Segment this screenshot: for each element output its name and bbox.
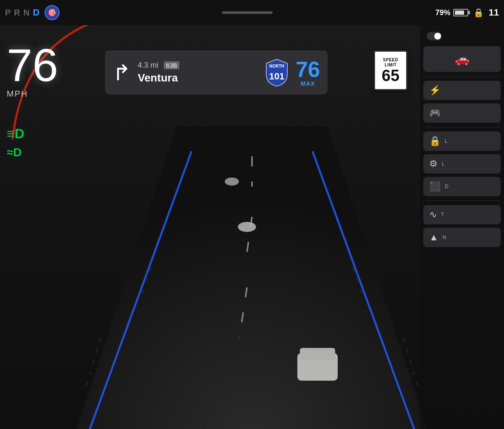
- lock-label: L: [445, 138, 448, 144]
- car-view-button[interactable]: 🚗: [423, 46, 501, 72]
- speed-value: 76: [7, 42, 58, 88]
- navigate-icon: ▲: [429, 232, 438, 243]
- lock-panel-icon: 🔒: [429, 136, 441, 147]
- speed-limit-value: 65: [382, 68, 399, 84]
- speed-limit-label: SPEEDLIMIT: [383, 58, 398, 68]
- speed-display: 76 MPH: [7, 42, 58, 99]
- svg-point-10: [225, 177, 239, 185]
- battery-fill: [455, 11, 464, 15]
- panel-divider-2: [423, 127, 501, 127]
- trip-button[interactable]: ∿ T: [423, 205, 501, 224]
- top-toggle[interactable]: [427, 32, 442, 40]
- highway-shield: NORTH 101: [265, 58, 289, 87]
- lightning-icon: ⚡: [429, 85, 441, 96]
- svg-rect-13: [300, 348, 335, 361]
- navigation-card[interactable]: ↱ 4.3 mi 63B Ventura NORTH 101 76 MAX: [105, 50, 328, 95]
- fog-light-indicator: ≈D: [7, 146, 24, 159]
- nav-distance: 4.3 mi 63B: [138, 61, 258, 70]
- right-control-panel: 🚗 ⚡ 🎮 🔒 L ⚙ L ⬛ D ∿ T ▲ N: [420, 25, 504, 429]
- lock-icon: 🔒: [473, 8, 484, 18]
- panel-divider-3: [423, 200, 501, 201]
- panel-divider-1: [423, 76, 501, 76]
- lock-button[interactable]: 🔒 L: [423, 132, 501, 151]
- trip-label: T: [441, 212, 444, 218]
- gear-p[interactable]: P: [5, 8, 11, 18]
- gear-n[interactable]: N: [24, 8, 30, 18]
- display-button[interactable]: ⬛ D: [423, 177, 501, 196]
- speed-limit-sign: SPEEDLIMIT 65: [374, 50, 407, 90]
- steering-wheel-icon: 🎯: [47, 8, 57, 17]
- navigate-button[interactable]: ▲ N: [423, 228, 501, 247]
- gear-r[interactable]: R: [14, 8, 21, 18]
- exit-number: 63B: [164, 61, 179, 69]
- headlight-indicator: ≡D: [7, 126, 24, 142]
- svg-point-11: [238, 222, 256, 232]
- svg-marker-0: [50, 126, 454, 429]
- gear-selector[interactable]: P R N D: [5, 7, 40, 18]
- display-label: D: [445, 184, 449, 189]
- us-highway-shield-icon: NORTH 101: [265, 58, 289, 87]
- autopilot-icon[interactable]: 🎯: [45, 5, 60, 20]
- settings-icon: ⚙: [429, 158, 438, 169]
- svg-text:101: 101: [269, 71, 285, 82]
- car-icon: 🚗: [455, 52, 470, 66]
- nav-destination: Ventura: [138, 71, 258, 84]
- trip-icon: ∿: [429, 209, 437, 220]
- center-indicator-bar: [222, 11, 273, 14]
- top-center-area: [60, 11, 435, 14]
- gear-d[interactable]: D: [33, 7, 40, 18]
- nav-max-speed: 76 MAX: [296, 58, 320, 87]
- toggle-row-top: [423, 29, 501, 43]
- top-right-info: 79% 🔒 11: [435, 7, 499, 18]
- vehicle-light-indicators: ≡D ≈D: [7, 126, 24, 159]
- battery-percent: 79%: [435, 8, 450, 17]
- nav-speed-value: 76: [296, 58, 320, 80]
- nav-info: 4.3 mi 63B Ventura: [138, 61, 258, 84]
- settings-button[interactable]: ⚙ L: [423, 154, 501, 174]
- settings-label: L: [442, 161, 445, 167]
- svg-text:NORTH: NORTH: [269, 64, 284, 68]
- navigate-label: N: [443, 234, 446, 240]
- display-icon: ⬛: [429, 181, 441, 192]
- battery-icon: [453, 9, 468, 16]
- battery-display: 79%: [435, 8, 468, 17]
- turn-direction-icon: ↱: [113, 62, 131, 84]
- time-display: 11: [489, 7, 499, 18]
- steering-icon: 🎮: [429, 108, 441, 118]
- charge-button[interactable]: ⚡: [423, 81, 501, 100]
- autopilot-button[interactable]: 🎮: [423, 103, 501, 123]
- top-status-bar: P R N D 🎯 79% 🔒 11: [0, 0, 504, 25]
